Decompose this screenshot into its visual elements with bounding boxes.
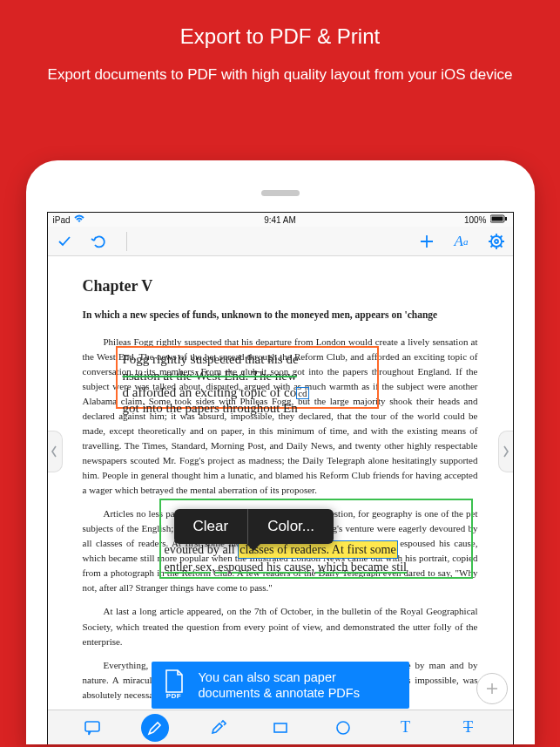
circle-tool[interactable]	[329, 714, 357, 742]
svg-rect-1	[491, 217, 503, 221]
svg-point-7	[337, 722, 349, 734]
pen-tool[interactable]	[141, 714, 169, 742]
confirm-button[interactable]	[55, 232, 74, 251]
context-popover: Clear Color...	[174, 509, 334, 544]
comment-tool[interactable]	[78, 714, 106, 742]
svg-point-4	[495, 240, 498, 243]
svg-rect-6	[274, 723, 287, 732]
screen: iPad 9:41 AM 100%	[47, 212, 514, 744]
popover-clear-button[interactable]: Clear	[174, 509, 249, 544]
status-bar: iPad 9:41 AM 100%	[48, 213, 513, 227]
feature-callout: PDF You can also scan paper documents & …	[152, 662, 409, 709]
separator	[126, 232, 127, 251]
annotation-line-strikethrough: nsation at the West End. The new	[123, 368, 372, 384]
battery-percent: 100%	[464, 215, 487, 225]
annotation-line: d afforded an exciting topic of cocd	[123, 384, 372, 401]
battery-icon	[490, 214, 508, 225]
ipad-frame: iPad 9:41 AM 100%	[26, 160, 535, 744]
text-tool[interactable]: T	[392, 714, 420, 742]
svg-point-3	[491, 236, 502, 247]
pdf-file-icon: PDF	[162, 669, 186, 701]
annotation-line: got into the papers throughout En	[123, 400, 372, 417]
bottom-toolbar: T T	[48, 710, 513, 744]
add-button[interactable]	[417, 232, 436, 251]
carrier-label: iPad	[53, 215, 71, 225]
page-title: Export to PDF & Print	[35, 24, 525, 49]
marker-tool[interactable]	[204, 714, 232, 742]
svg-rect-2	[505, 217, 507, 221]
top-toolbar: Aa	[48, 227, 513, 256]
svg-rect-5	[85, 722, 99, 731]
prev-page-button[interactable]	[48, 431, 63, 472]
strike-tool[interactable]: T	[455, 714, 482, 742]
clock: 9:41 AM	[48, 215, 513, 225]
page-subtitle: Export documents to PDF with high qualit…	[35, 65, 525, 86]
undo-button[interactable]	[90, 232, 109, 251]
settings-button[interactable]	[487, 232, 506, 251]
annotation-box-orange[interactable]: Fogg rightly suspected that his de nsati…	[116, 346, 379, 409]
annotation-line-underlined: entler sex, espoused his cause, which be…	[165, 559, 468, 575]
wifi-icon	[74, 214, 84, 225]
text-style-button[interactable]: Aa	[452, 232, 471, 251]
annotation-line: Fogg rightly suspected that his de	[123, 351, 372, 368]
chapter-title: Chapter V	[83, 277, 478, 295]
rect-tool[interactable]	[267, 714, 294, 742]
body-paragraph: At last a long article appeared, on the …	[83, 604, 478, 649]
callout-text: You can also scan paper documents & anno…	[199, 669, 360, 701]
chapter-subtitle: In which a new species of funds, unknown…	[83, 308, 478, 323]
ipad-home-indicator	[261, 190, 300, 196]
next-page-button[interactable]	[498, 431, 513, 472]
popover-color-button[interactable]: Color...	[248, 509, 334, 544]
add-annotation-button[interactable]	[476, 673, 508, 704]
